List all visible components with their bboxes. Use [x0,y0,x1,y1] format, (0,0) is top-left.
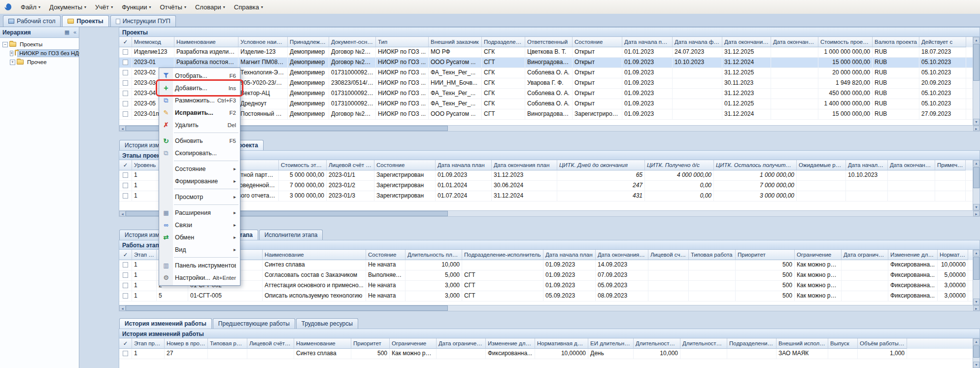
window-tab[interactable]: Рабочий стол [3,15,61,27]
table-row[interactable]: 127Синтез сплава500Как можно ран...Фикси… [119,349,974,359]
column-header[interactable]: Ограничение [390,338,437,349]
column-header[interactable]: ЦИТК. Дней до окончания [557,160,645,170]
column-header[interactable]: Стоимость проекта [818,37,873,47]
column-header[interactable]: Дата начала факт [846,160,888,170]
column-header[interactable]: Типовая работа [208,338,247,349]
tree-expander-icon[interactable]: + [10,51,13,56]
scrollbar-track[interactable] [126,305,973,311]
section-tab[interactable]: Исполнители этапа [259,230,323,240]
table-row[interactable]: Изделие123Разработка изделия 123Изделие-… [119,47,974,58]
menubar-item[interactable]: Функции▾ [117,1,155,12]
select-all-checkbox[interactable]: ✓ [119,250,132,260]
column-header[interactable]: Длительность план ▾ [406,250,462,260]
column-header[interactable]: Изменение длительности [486,338,535,349]
grid-icon[interactable]: ▦ [63,29,71,35]
column-header[interactable]: Типовая работа [689,250,736,260]
collapse-icon[interactable]: « [71,29,79,35]
section-tab[interactable]: Трудовые ресурсы [296,318,358,329]
table-row[interactable]: 2023-01Разработка постоянного магнита ПМ… [119,58,974,68]
scroll-down-button[interactable]: ▼ [973,119,980,125]
context-menu-item[interactable]: Панель инструментов [159,259,240,271]
table-row[interactable]: 11Изготовление опытной партии ПМ085-015 … [119,170,974,181]
row-checkbox[interactable] [123,193,128,199]
row-checkbox[interactable] [123,272,128,278]
row-checkbox[interactable] [123,183,128,188]
row-checkbox[interactable] [123,172,128,178]
scrollbar-thumb[interactable] [126,305,448,311]
context-menu-item[interactable]: Настройки...Alt+Enter [159,271,240,284]
select-all-checkbox[interactable]: ✓ [119,37,132,47]
column-header[interactable]: Подразделение-исполнитель [462,250,543,260]
column-header[interactable]: Наименование [174,37,238,47]
table-row[interactable]: 12Сертификация проведенной опытной парти… [119,181,974,191]
column-header[interactable]: Изменение длительности [888,250,938,260]
column-header[interactable]: Наименование [263,250,366,260]
row-checkbox[interactable] [123,70,128,75]
scroll-left-button[interactable]: ◄ [119,126,126,131]
column-header[interactable]: ЦИТК. Получено д/с [645,160,714,170]
table-row[interactable]: 1501-СГТ-005Описать используемую техноло… [119,291,974,301]
column-header[interactable]: Дата начала план [543,250,596,260]
column-header[interactable]: Приоритет [351,338,390,349]
table-row[interactable]: 2023-05ДредноутДемопример017310000922...… [119,99,974,109]
scroll-up-button[interactable]: ▲ [973,250,980,256]
section-tab[interactable]: Предшествующие работы [213,318,295,329]
table-row[interactable]: 2023-02Технология-ЭМСДемопример017310000… [119,68,974,78]
table-row[interactable]: 13Подготовка итогового отчета с Заказчик… [119,191,974,201]
column-header[interactable]: Выпуск [828,338,858,349]
column-header[interactable]: ЕИ длительности [588,338,634,349]
scroll-left-button[interactable]: ◄ [119,211,126,216]
column-header[interactable]: Лицевой счёт затрат [247,338,294,349]
section-tab[interactable]: История изменений работы [119,318,212,329]
scroll-right-button[interactable]: ► [973,126,980,131]
context-menu-item[interactable]: Исправить...F2 [159,106,240,119]
window-tab[interactable]: Проекты [62,15,108,27]
horizontal-scrollbar[interactable]: ◄ ► [119,210,980,217]
column-header[interactable]: Подразделение-исполнитель [727,338,777,349]
row-checkbox[interactable] [123,283,128,288]
column-header[interactable]: Длительность план [634,338,680,349]
menubar-item[interactable]: Справка▾ [230,1,268,12]
scroll-left-button[interactable]: ◄ [119,305,126,311]
horizontal-scrollbar[interactable]: ◄ ► [119,305,980,311]
column-header[interactable]: Уровень [132,160,162,170]
column-header[interactable]: Состояние [366,250,406,260]
column-header[interactable]: Дата окончания план [492,160,557,170]
context-menu-item[interactable]: Формирование▸ [159,175,240,187]
column-header[interactable]: Дата ограничения [437,338,486,349]
column-header[interactable]: Валюта проекта [873,37,919,47]
tree-expander-icon[interactable]: + [10,60,15,65]
table-row[interactable]: 2023-01пПостоянный маг...ДемопримерДогов… [119,109,974,120]
column-header[interactable]: Условное наименование [238,37,288,47]
column-header[interactable]: Действует с [919,37,966,47]
row-checkbox[interactable] [123,91,128,96]
scroll-right-button[interactable]: ► [973,305,980,311]
column-header[interactable]: Дата окончания факт [888,160,935,170]
vertical-scrollbar[interactable]: ▲ ▼ [973,250,980,305]
vertical-scrollbar[interactable]: ▲ ▼ [973,37,980,125]
scrollbar-thumb[interactable] [973,257,980,280]
column-header[interactable]: Состояние [573,37,622,47]
context-menu-item[interactable]: Скопировать... [159,147,240,159]
column-header[interactable]: Дата окончания план [596,250,648,260]
scrollbar-track[interactable] [126,211,973,216]
menubar-item[interactable]: Документы▾ [45,1,91,12]
column-header[interactable]: Дата ограничения [842,250,888,260]
scrollbar-track[interactable] [126,126,973,131]
context-menu-item[interactable]: Расширения▸ [159,206,240,219]
scroll-down-button[interactable]: ▼ [973,299,980,305]
scrollbar-thumb[interactable] [973,167,980,188]
column-header[interactable]: Ожидаемые результаты [797,160,846,170]
context-menu-item[interactable]: Обмен▸ [159,231,240,243]
table-row[interactable]: 2023-04Вектор-АЦДемопример017310000922..… [119,89,974,99]
menubar-item[interactable]: Отчёты▾ [156,1,191,12]
row-checkbox[interactable] [123,49,128,55]
column-header[interactable]: Этап проекта [132,338,165,349]
column-header[interactable]: Объём работы план [858,338,907,349]
column-header[interactable]: Подразделение-ответственное [482,37,525,47]
column-header[interactable]: Дата начала план [436,160,492,170]
column-header[interactable]: Принадлежность [288,37,329,47]
horizontal-scrollbar[interactable]: ◄ ► [119,125,980,132]
column-header[interactable]: Нормативная длительность [535,338,588,349]
column-header[interactable]: Внешний исполнитель [777,338,828,349]
